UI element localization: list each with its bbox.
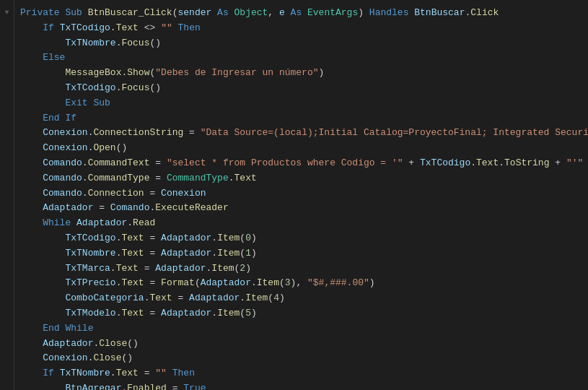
code-line-15: While Adaptador.Read [20,216,588,231]
code-line-2: If TxTCodigo.Text <> "" Then [20,21,588,36]
code-line-9: Conexion.ConnectionString = "Data Source… [20,126,588,141]
code-line-14: Adaptador = Comando.ExecuteReader [20,201,588,216]
code-line-3: TxTNombre.Focus() [20,36,588,51]
code-line-6: TxTCodigo.Focus() [20,81,588,96]
code-line-22: End While [20,321,588,337]
code-line-13: Comando.Connection = Conexion [20,186,588,202]
code-line-24: Conexion.Close() [20,351,588,366]
code-line-7: Exit Sub [20,96,588,111]
code-line-8: End If [20,111,588,126]
code-content[interactable]: Private Sub BtnBuscar_Click(sender As Ob… [14,0,588,390]
code-line-18: TxTMarca.Text = Adaptador.Item(2) [20,261,588,277]
code-line-10: Conexion.Open() [20,141,588,156]
line-gutter: ▼ [0,0,14,390]
code-line-19: TxTPrecio.Text = Format(Adaptador.Item(3… [20,276,588,291]
code-line-11: Comando.CommandText = "select * from Pro… [20,156,588,171]
code-line-21: TxTModelo.Text = Adaptador.Item(5) [20,306,588,321]
code-line-26: BtnAgregar.Enabled = True [20,381,588,390]
code-line-17: TxTNombre.Text = Adaptador.Item(1) [20,246,588,261]
code-line-5: MessageBox.Show("Debes de Ingresar un nú… [20,66,588,81]
code-line-23: Adaptador.Close() [20,337,588,352]
code-line-16: TxTCodigo.Text = Adaptador.Item(0) [20,231,588,246]
code-line-1: Private Sub BtnBuscar_Click(sender As Ob… [20,6,588,21]
code-line-20: ComboCategoria.Text = Adaptador.Item(4) [20,291,588,306]
collapse-icon: ▼ [4,9,9,17]
code-editor: ▼ Private Sub BtnBuscar_Click(sender As … [0,0,588,390]
code-line-12: Comando.CommandType = CommandType.Text [20,171,588,186]
code-line-25: If TxTNombre.Text = "" Then [20,366,588,381]
code-line-4: Else [20,51,588,66]
